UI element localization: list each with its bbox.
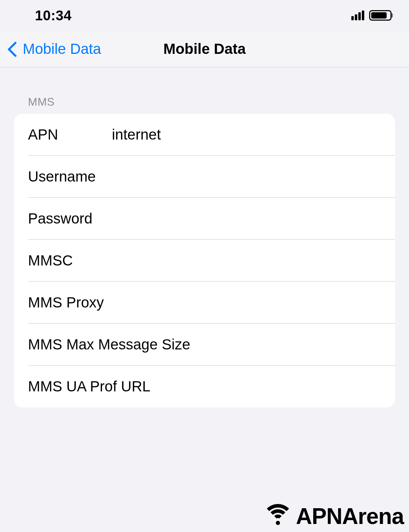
row-label: APN: [28, 126, 112, 143]
status-time: 10:34: [35, 8, 72, 23]
row-username[interactable]: Username: [14, 156, 395, 198]
status-icons: [351, 10, 392, 21]
row-label: MMS UA Prof URL: [28, 378, 204, 395]
status-bar: 10:34: [0, 0, 409, 31]
row-label: Password: [28, 210, 112, 227]
navigation-bar: Mobile Data Mobile Data: [0, 31, 409, 68]
row-mmsc[interactable]: MMSC: [14, 240, 395, 282]
row-mms-proxy[interactable]: MMS Proxy: [14, 282, 395, 324]
battery-icon: [369, 10, 392, 21]
section-header-mms: MMS: [0, 68, 409, 114]
row-label: MMSC: [28, 252, 112, 269]
row-label: MMS Max Message Size: [28, 336, 204, 353]
settings-group-mms: APN internet Username Password MMSC MMS …: [14, 114, 395, 407]
row-mms-max-message-size[interactable]: MMS Max Message Size: [14, 324, 395, 366]
back-label: Mobile Data: [23, 41, 101, 57]
watermark-bottom: APNArena: [262, 503, 404, 529]
row-label: MMS Proxy: [28, 294, 204, 311]
row-mms-ua-prof-url[interactable]: MMS UA Prof URL: [14, 366, 395, 407]
cellular-signal-icon: [351, 10, 364, 20]
back-button[interactable]: Mobile Data: [0, 40, 101, 58]
wifi-icon: [262, 504, 294, 529]
page-title: Mobile Data: [163, 41, 246, 57]
row-value[interactable]: internet: [112, 126, 395, 143]
row-label: Username: [28, 168, 112, 185]
chevron-left-icon: [7, 40, 17, 58]
row-apn[interactable]: APN internet: [14, 114, 395, 156]
row-password[interactable]: Password: [14, 198, 395, 240]
